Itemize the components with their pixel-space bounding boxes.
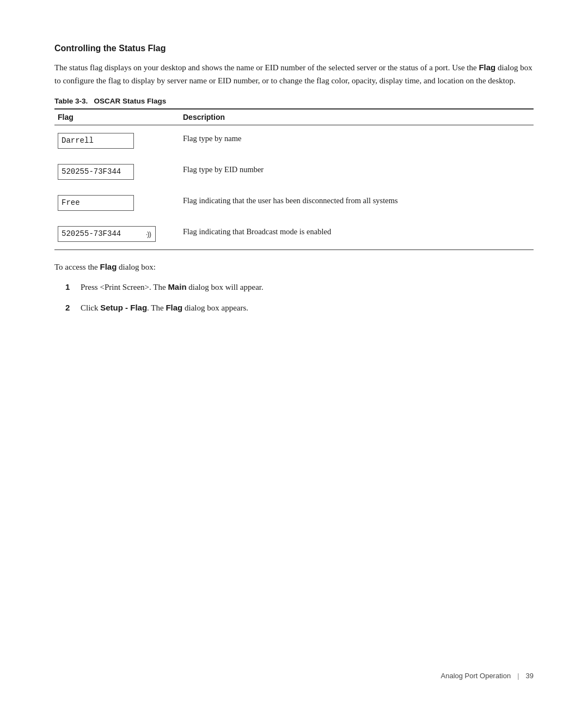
intro-text-1: The status flag displays on your desktop… — [54, 63, 479, 72]
footer-page-num: 39 — [526, 672, 534, 680]
table-row: Free Flag indicating that the user has b… — [54, 187, 534, 218]
list-item: 1 Press <Print Screen>. The Main dialog … — [65, 281, 534, 294]
flag-cell-free: Free — [54, 187, 180, 218]
main-keyword: Main — [168, 282, 186, 291]
step-2-number: 2 — [65, 301, 81, 314]
access-paragraph: To access the Flag dialog box: — [54, 262, 534, 272]
table-row: 520255-73F344 ·)) Flag indicating that B… — [54, 218, 534, 250]
flag-table: Flag Description Darrell Flag type by na… — [54, 108, 534, 252]
step-2-text-2: . The — [147, 303, 166, 312]
list-item: 2 Click Setup - Flag. The Flag dialog bo… — [65, 301, 534, 314]
flag-cell-name: Darrell — [54, 125, 180, 157]
step-1-text: Press <Print Screen>. The Main dialog bo… — [81, 281, 264, 294]
desc-cell-broadcast: Flag indicating that Broadcast mode is e… — [180, 218, 534, 250]
step-1-number: 1 — [65, 281, 81, 294]
intro-paragraph: The status flag displays on your desktop… — [54, 61, 534, 87]
flag-keyword-step2: Flag — [166, 303, 182, 312]
table-row: Darrell Flag type by name — [54, 125, 534, 157]
desc-cell-eid: Flag type by EID number — [180, 156, 534, 187]
step-2-text-3: dialog box appears. — [182, 303, 248, 312]
step-2-text: Click Setup - Flag. The Flag dialog box … — [81, 301, 248, 314]
step-1-text-2: dialog box will appear. — [187, 283, 264, 291]
table-row: 520255-73F344 Flag type by EID number — [54, 156, 534, 187]
col-header-desc: Description — [180, 109, 534, 125]
flag-keyword-intro: Flag — [479, 63, 495, 72]
access-text-1: To access the — [54, 263, 100, 271]
access-text-2: dialog box: — [117, 263, 156, 271]
flag-box-name: Darrell — [58, 133, 134, 149]
flag-box-free: Free — [58, 195, 134, 211]
step-2-text-1: Click — [81, 303, 100, 312]
setup-flag-keyword: Setup - Flag — [100, 303, 147, 312]
page-footer: Analog Port Operation | 39 — [0, 672, 588, 680]
desc-cell-free: Flag indicating that the user has been d… — [180, 187, 534, 218]
broadcast-icon: ·)) — [146, 229, 151, 240]
flag-box-eid: 520255-73F344 — [58, 164, 134, 180]
table-caption: Table 3-3. OSCAR Status Flags — [54, 97, 534, 105]
broadcast-label: 520255-73F344 — [62, 228, 121, 240]
footer-separator: | — [517, 672, 519, 680]
flag-cell-broadcast: 520255-73F344 ·)) — [54, 218, 180, 250]
desc-cell-name: Flag type by name — [180, 125, 534, 157]
table-footer-line — [54, 250, 534, 253]
flag-cell-eid: 520255-73F344 — [54, 156, 180, 187]
steps-list: 1 Press <Print Screen>. The Main dialog … — [65, 281, 534, 314]
step-1-text-1: Press <Print Screen>. The — [81, 283, 168, 291]
flag-keyword-access: Flag — [100, 262, 117, 271]
page: Controlling the Status Flag The status f… — [0, 0, 588, 706]
footer-label: Analog Port Operation — [441, 672, 511, 680]
col-header-flag: Flag — [54, 109, 180, 125]
flag-box-broadcast: 520255-73F344 ·)) — [58, 226, 156, 242]
section-title: Controlling the Status Flag — [54, 44, 534, 53]
